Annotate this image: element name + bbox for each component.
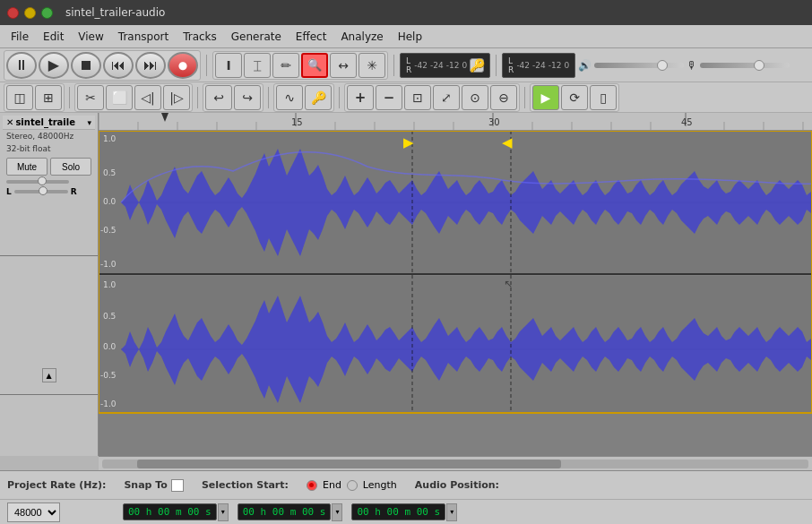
rewind-button[interactable]: ⏮ [103, 52, 134, 79]
redo-button[interactable]: ↪ [234, 85, 261, 110]
snap-on-button[interactable]: ⊞ [35, 85, 62, 110]
horizontal-scrollbar[interactable] [99, 456, 812, 470]
menu-analyze[interactable]: Analyze [333, 29, 390, 45]
zoom-in-button[interactable]: + [347, 85, 374, 110]
track1-mute-button[interactable]: Mute [6, 158, 48, 176]
trim-right-button[interactable]: |▷ [163, 85, 190, 110]
length-radio-button[interactable] [347, 480, 358, 491]
menu-effect[interactable]: Effect [289, 29, 334, 45]
window-title: sintel_trailer-audio [65, 6, 165, 19]
audio-pos-time-arrow[interactable]: ▾ [446, 503, 457, 521]
selection-start-time-arrow[interactable]: ▾ [218, 503, 229, 521]
zoom-tool-button[interactable]: 🔍 [301, 53, 328, 78]
waveform-svg: 1.0 0.5 0.0 -0.5 -1.0 [99, 131, 812, 456]
track1-pan-slider[interactable] [14, 190, 68, 193]
zoom-extra1[interactable]: ⊙ [462, 85, 488, 110]
stop-button[interactable]: ⏹ [71, 52, 101, 79]
mic-slider-thumb[interactable] [754, 60, 764, 71]
mouse-cursor: ↖ [504, 278, 513, 290]
audio-pos-time[interactable]: 00 h 00 m 00 s [351, 503, 445, 520]
waveform-display[interactable]: 1.0 0.5 0.0 -0.5 -1.0 [99, 131, 812, 456]
end-label[interactable]: End [323, 479, 341, 491]
pause-button[interactable]: ⏸ [6, 52, 37, 79]
clip-button[interactable]: ▯ [590, 85, 617, 110]
separator-3 [496, 55, 497, 76]
volume-slider-thumb[interactable] [657, 60, 668, 71]
track-controls-panel: ✕ sintel_traile ▾ Stereo, 48000Hz 32-bit… [0, 113, 99, 456]
menu-file[interactable]: File [4, 29, 36, 45]
track1-dropdown-button[interactable]: ▾ [87, 118, 91, 127]
vu-right-scale-m12: -12 [549, 61, 562, 70]
zoom-out-button[interactable]: − [376, 85, 402, 110]
multi-tool-button[interactable]: ✳ [358, 53, 385, 78]
separator-1 [206, 55, 207, 76]
track2-controls: ▲ [0, 256, 98, 395]
zoom-sel-button[interactable]: ⊡ [404, 85, 431, 110]
record-button[interactable]: ● [168, 52, 198, 79]
timeline-ruler[interactable]: 15 30 45 [99, 113, 812, 131]
close-button[interactable] [7, 7, 19, 19]
vu-left-label: LR [406, 56, 411, 74]
project-rate-label: Project Rate (Hz): [7, 479, 106, 491]
copy-button[interactable]: ⬜ [106, 85, 133, 110]
snap-to-label: Snap To [124, 479, 167, 491]
play-button[interactable]: ▶ [39, 52, 69, 79]
scrollbar-thumb[interactable] [137, 460, 561, 468]
trim-left-button[interactable]: ◁| [134, 85, 161, 110]
menu-edit[interactable]: Edit [36, 29, 71, 45]
snap-off-button[interactable]: ◫ [6, 85, 33, 110]
menu-help[interactable]: Help [391, 29, 429, 45]
volume-slider[interactable] [594, 63, 684, 68]
end-radio-button[interactable] [307, 480, 317, 491]
track2-expand-button[interactable]: ▲ [42, 368, 56, 382]
zoom-extra2[interactable]: ⊖ [490, 85, 517, 110]
maximize-button[interactable] [41, 7, 53, 19]
scrollbar-track[interactable] [102, 460, 808, 468]
cursor-tool-button[interactable]: I [215, 53, 242, 78]
zoom-fit-button[interactable]: ⤢ [433, 85, 460, 110]
track1-y-1.0: 1.0 [103, 134, 117, 143]
selection-start-time[interactable]: 00 h 00 m 00 s [123, 503, 217, 520]
menu-generate[interactable]: Generate [224, 29, 289, 45]
titlebar: sintel_trailer-audio [0, 0, 812, 25]
mic-icon: 🎙 [687, 59, 697, 72]
track1-gain-slider[interactable] [6, 180, 69, 184]
spectral-button[interactable]: 🔑 [305, 85, 332, 110]
loop-button[interactable]: ⟳ [561, 85, 588, 110]
minimize-button[interactable] [24, 7, 36, 19]
snap-to-checkbox[interactable] [171, 479, 184, 492]
menu-view[interactable]: View [71, 29, 110, 45]
end-time-arrow[interactable]: ▾ [332, 503, 342, 521]
track2-y-0.0: 0.0 [103, 342, 117, 351]
vu-meter-left[interactable]: LR -42 -24 -12 0 🔑 [400, 53, 490, 78]
sep-edit-4 [339, 87, 340, 108]
menu-tracks[interactable]: Tracks [176, 29, 224, 45]
track1-gain-thumb[interactable] [38, 176, 47, 185]
track1-pan-thumb[interactable] [39, 186, 48, 195]
track1-bitdepth: 32-bit float [3, 142, 95, 155]
envelope-tool-button[interactable]: ⌶ [244, 53, 271, 78]
track1-pan-control: L R [3, 185, 95, 198]
sep-edit-1 [69, 87, 70, 108]
track1-solo-button[interactable]: Solo [50, 158, 91, 176]
ffwd-button[interactable]: ⏭ [135, 52, 166, 79]
vu-left-scale-m24: -24 [430, 61, 444, 70]
content-area: ✕ sintel_traile ▾ Stereo, 48000Hz 32-bit… [0, 113, 812, 456]
vu-right-label: LR [508, 56, 514, 74]
timeshift-tool-button[interactable]: ↔ [330, 53, 357, 78]
vu-left-dropdown[interactable]: 🔑 [470, 58, 484, 73]
mic-volume-control: 🎙 [687, 59, 790, 72]
play-green-button[interactable]: ▶ [532, 85, 559, 110]
draw-wave-button[interactable]: ∿ [276, 85, 303, 110]
length-label[interactable]: Length [363, 479, 397, 491]
undo-button[interactable]: ↩ [205, 85, 232, 110]
rate-select-group: 48000 44100 22050 [7, 503, 60, 522]
cut-button[interactable]: ✂ [77, 85, 104, 110]
track1-close-button[interactable]: ✕ [6, 117, 13, 127]
project-rate-select[interactable]: 48000 44100 22050 [7, 503, 60, 522]
menu-transport[interactable]: Transport [111, 29, 176, 45]
vu-meter-right[interactable]: LR -42 -24 -12 0 [502, 53, 575, 78]
pencil-tool-button[interactable]: ✏ [272, 53, 299, 78]
mic-volume-slider[interactable] [700, 63, 790, 68]
end-time[interactable]: 00 h 00 m 00 s [238, 503, 332, 520]
